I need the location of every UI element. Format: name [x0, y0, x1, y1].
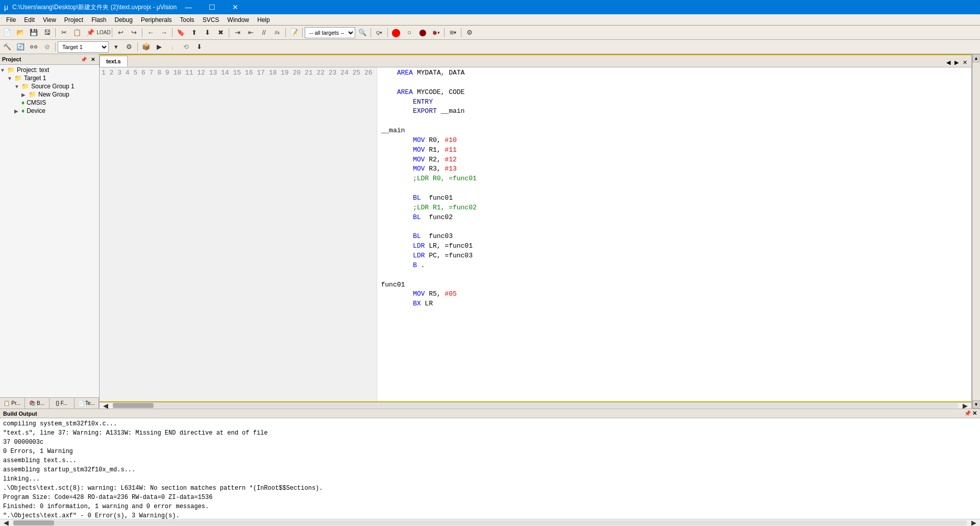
- build-panel-pin[interactable]: 📌: [964, 410, 971, 417]
- code-content[interactable]: AREA MYDATA, DATA AREA MYCODE, CODE ENTR…: [377, 67, 972, 401]
- separator-t2: [137, 42, 138, 52]
- editor-tab-texts[interactable]: text.s: [100, 56, 128, 67]
- target-dropdown-button[interactable]: ▾: [110, 41, 122, 53]
- save-button[interactable]: 💾: [28, 27, 40, 38]
- debug-button[interactable]: ⬤: [416, 27, 429, 38]
- minimize-button[interactable]: —: [177, 0, 200, 14]
- menu-item-debug[interactable]: Debug: [111, 15, 137, 25]
- build-panel-close[interactable]: ✕: [972, 410, 977, 417]
- separator-11: [461, 28, 461, 37]
- tree-expand[interactable]: ▶: [14, 108, 21, 114]
- build-target-button[interactable]: 🔨: [1, 41, 13, 53]
- menu-item-flash[interactable]: Flash: [87, 15, 110, 25]
- scroll-right-button[interactable]: ▶: [959, 400, 971, 409]
- build-scrollbar-horizontal[interactable]: ◀ ▶: [0, 519, 980, 526]
- build-scroll-track[interactable]: [13, 520, 967, 525]
- target-select[interactable]: -- all targets --: [305, 27, 355, 38]
- editor-scrollbar-vertical[interactable]: ▲ ▼: [972, 54, 980, 409]
- build-scroll-left[interactable]: ◀: [0, 517, 12, 527]
- scroll-up-button[interactable]: ▲: [972, 54, 981, 62]
- manage-run-button[interactable]: ▶: [153, 41, 165, 53]
- tree-item-1[interactable]: ▼📁Target 1: [0, 74, 99, 82]
- editor-nav-back[interactable]: ◀: [944, 58, 952, 67]
- project-panel-header: Project 📌 ✕: [0, 54, 99, 65]
- code-area[interactable]: 1 2 3 4 5 6 7 8 9 10 11 12 13 14 15 16 1…: [100, 67, 971, 401]
- close-button[interactable]: ✕: [224, 0, 247, 14]
- stop-button[interactable]: ⬤: [390, 27, 402, 38]
- editor-close-tab[interactable]: ✕: [961, 58, 969, 67]
- tree-item-0[interactable]: ▼📁Project: text: [0, 66, 99, 74]
- clear-bookmark-button[interactable]: ✖: [214, 27, 227, 38]
- editor-scrollbar-horizontal[interactable]: ◀ ▶: [100, 401, 971, 409]
- save-all-button[interactable]: 🖫: [41, 27, 53, 38]
- window-select-button[interactable]: ⊞▾: [447, 27, 459, 38]
- cut-button[interactable]: ✂: [58, 27, 70, 38]
- rebuild-button[interactable]: 🔄: [14, 41, 27, 53]
- scroll-track[interactable]: [113, 403, 958, 408]
- scroll-down-button[interactable]: ▼: [972, 400, 981, 409]
- project-tab-project[interactable]: 📋 Pr...: [0, 398, 25, 409]
- target-options2-button[interactable]: ⚙: [123, 41, 135, 53]
- redo-button[interactable]: ↪: [128, 27, 140, 38]
- comment-button[interactable]: //: [258, 27, 270, 38]
- build-scroll-thumb[interactable]: [13, 520, 54, 525]
- editor-nav-fwd[interactable]: ▶: [952, 58, 961, 67]
- tree-item-2[interactable]: ▼📁Source Group 1: [0, 82, 99, 90]
- copy-button[interactable]: 📋: [71, 27, 83, 38]
- project-panel-close[interactable]: ✕: [89, 55, 97, 63]
- line-numbers: 1 2 3 4 5 6 7 8 9 10 11 12 13 14 15 16 1…: [100, 67, 377, 401]
- tree-expand[interactable]: ▶: [21, 92, 29, 98]
- debug-options-button[interactable]: 🐞▾: [430, 27, 442, 38]
- load-button[interactable]: LOAD: [97, 27, 110, 38]
- project-tab-books[interactable]: 📚 B...: [25, 398, 50, 409]
- menu-item-file[interactable]: File: [2, 15, 20, 25]
- scroll-thumb[interactable]: [113, 403, 154, 408]
- open-file-button[interactable]: 📂: [14, 27, 27, 38]
- bookmark-button[interactable]: 🔖: [175, 27, 187, 38]
- target-options-button[interactable]: Q▾: [373, 27, 385, 38]
- forward-button[interactable]: →: [158, 27, 170, 38]
- menu-item-view[interactable]: View: [39, 15, 60, 25]
- settings-button[interactable]: ⚙: [463, 27, 476, 38]
- menu-item-project[interactable]: Project: [60, 15, 87, 25]
- menu-item-help[interactable]: Help: [253, 15, 274, 25]
- new-file-button[interactable]: 📄: [1, 27, 13, 38]
- project-tab-templates[interactable]: 📄 Te...: [75, 398, 100, 409]
- tree-expand[interactable]: ▼: [0, 67, 7, 73]
- undo-button[interactable]: ↩: [114, 27, 127, 38]
- batch-build-button[interactable]: ⚙⚙: [28, 41, 40, 53]
- menu-item-svcs[interactable]: SVCS: [199, 15, 224, 25]
- manage-components-button[interactable]: 📦: [140, 41, 152, 53]
- unindent-button[interactable]: ⇤: [244, 27, 257, 38]
- next-bookmark-button[interactable]: ⬇: [201, 27, 213, 38]
- project-panel-pin[interactable]: 📌: [80, 55, 88, 63]
- prev-bookmark-button[interactable]: ⬆: [188, 27, 200, 38]
- project-tab-functions[interactable]: {} F...: [50, 398, 75, 409]
- build-line: compiling system_stm32f10x.c...: [3, 419, 977, 428]
- indent-button[interactable]: ⇥: [231, 27, 243, 38]
- paste-button[interactable]: 📌: [84, 27, 96, 38]
- run-button[interactable]: ○: [403, 27, 415, 38]
- scroll-left-button[interactable]: ◀: [100, 400, 112, 409]
- flash-download-button[interactable]: ↓: [166, 41, 179, 53]
- dbg-download-button[interactable]: ⬇: [193, 41, 205, 53]
- tree-expand[interactable]: ▼: [14, 84, 21, 89]
- build-scroll-right[interactable]: ▶: [968, 517, 980, 527]
- menu-item-tools[interactable]: Tools: [176, 15, 199, 25]
- maximize-button[interactable]: ☐: [200, 0, 224, 14]
- translate-button[interactable]: ⊘: [41, 41, 53, 53]
- menu-item-edit[interactable]: Edit: [20, 15, 39, 25]
- tree-item-3[interactable]: ▶📁New Group: [0, 90, 99, 99]
- snippet-button[interactable]: 📝: [288, 27, 300, 38]
- uncomment-button[interactable]: //x: [271, 27, 283, 38]
- target-name-select[interactable]: Target 1: [58, 41, 109, 53]
- erase-button[interactable]: ⟲: [180, 41, 192, 53]
- back-button[interactable]: ←: [144, 27, 157, 38]
- scroll-track-vertical[interactable]: [973, 62, 980, 400]
- tree-item-4[interactable]: ♦CMSIS: [0, 99, 99, 107]
- menu-item-window[interactable]: Window: [223, 15, 253, 25]
- menu-item-peripherals[interactable]: Peripherals: [137, 15, 176, 25]
- find-button[interactable]: 🔍: [356, 27, 369, 38]
- tree-item-5[interactable]: ▶♦Device: [0, 107, 99, 115]
- tree-expand[interactable]: ▼: [7, 76, 14, 81]
